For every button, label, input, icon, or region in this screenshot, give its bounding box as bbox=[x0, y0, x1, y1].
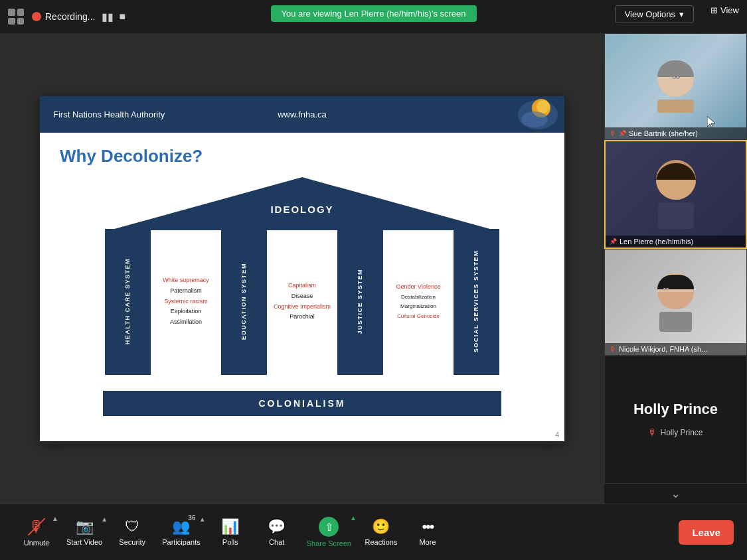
gap-3: Gender Violence Destabilization Marginal… bbox=[385, 229, 452, 375]
share-screen-label: Share Screen bbox=[307, 539, 351, 547]
slide-header: First Nations Health Authority www.fnha.… bbox=[40, 96, 564, 133]
svg-point-3 bbox=[521, 111, 548, 127]
holly-mute-icon: 🎙 bbox=[648, 427, 657, 438]
toolbar-left-group: ▲ 🎙 Unmute ▲ 📷 Start Video 🛡 Security ▲ … bbox=[13, 512, 451, 553]
sue-name-label: Sue Bartnik (she/her) bbox=[629, 129, 698, 137]
polls-icon: 📊 bbox=[221, 518, 239, 535]
share-chevron-icon[interactable]: ▲ bbox=[350, 514, 357, 522]
chat-button[interactable]: 💬 Chat bbox=[254, 513, 300, 551]
recording-label: Recording... bbox=[45, 11, 95, 22]
pause-button[interactable]: ▮▮ bbox=[102, 11, 114, 23]
right-sidebar: 👓 🎙 📌 Sue Bartnik (she/her) 📌 bbox=[604, 33, 747, 504]
len-video-bg bbox=[606, 141, 746, 247]
main-content-area: First Nations Health Authority www.fnha.… bbox=[0, 33, 604, 504]
mic-icon: 🎙 bbox=[29, 518, 44, 536]
participant-tile-sue: 👓 🎙 📌 Sue Bartnik (she/her) bbox=[604, 33, 747, 140]
more-button[interactable]: ••• More bbox=[404, 513, 451, 551]
house-diagram: IDEOLOGY HEALTH CARE SYSTEM White suprem… bbox=[60, 177, 544, 416]
leave-button[interactable]: Leave bbox=[679, 520, 734, 545]
pillar-education-label: EDUCATION SYSTEM bbox=[240, 263, 248, 340]
len-name-label: Len Pierre (he/him/his) bbox=[620, 238, 693, 245]
pillar-justice: JUSTICE SYSTEM bbox=[337, 229, 383, 375]
recording-dot bbox=[32, 12, 41, 21]
len-pin-icon: 📌 bbox=[610, 238, 617, 245]
security-label: Security bbox=[119, 538, 145, 546]
stop-button[interactable]: ■ bbox=[119, 11, 125, 23]
security-button[interactable]: 🛡 Security bbox=[109, 513, 155, 551]
colonialism-label: COLONIALISM bbox=[259, 398, 346, 409]
sue-video-bg: 👓 bbox=[605, 34, 746, 139]
pillars-area: HEALTH CARE SYSTEM White supremacy Pater… bbox=[103, 229, 501, 375]
chevron-down-icon: ⌄ bbox=[671, 486, 681, 501]
slide-container: First Nations Health Authority www.fnha.… bbox=[40, 96, 564, 441]
share-screen-button[interactable]: ▲ ⇧ Share Screen bbox=[300, 512, 358, 553]
reactions-label: Reactions bbox=[365, 538, 398, 546]
screen-share-banner: You are viewing Len Pierre (he/him/his)'… bbox=[270, 5, 476, 22]
slide-website: www.fnha.ca bbox=[278, 109, 327, 119]
slide-number: 4 bbox=[555, 431, 559, 439]
video-icon: 📷 bbox=[76, 518, 94, 535]
nicole-name-bar: 🎙 Nicole Wikjord, FNHA (sh... bbox=[605, 343, 746, 355]
participants-icon: 👥 36 bbox=[172, 518, 190, 535]
len-name-bar: 📌 Len Pierre (he/him/his) bbox=[606, 236, 746, 247]
sue-pin-icon: 📌 bbox=[619, 130, 626, 137]
participant-tile-len: 📌 Len Pierre (he/him/his) bbox=[604, 140, 747, 248]
app-grid-icon[interactable] bbox=[8, 9, 24, 25]
pillar-justice-label: JUSTICE SYSTEM bbox=[357, 269, 364, 334]
foundation: COLONIALISM bbox=[103, 391, 501, 416]
sue-name-bar: 🎙 📌 Sue Bartnik (she/her) bbox=[605, 127, 746, 139]
holly-name-big: Holly Prince bbox=[633, 401, 718, 418]
chevron-down-button[interactable]: ⌄ bbox=[604, 484, 747, 504]
slide-org-name: First Nations Health Authority bbox=[53, 109, 165, 119]
pillar-education: EDUCATION SYSTEM bbox=[221, 229, 267, 375]
more-label: More bbox=[419, 538, 436, 546]
pillar-social: SOCIAL SERVICES SYSTEM bbox=[454, 229, 499, 375]
unmute-chevron-icon[interactable]: ▲ bbox=[52, 515, 58, 522]
recording-controls[interactable]: ▮▮ ■ bbox=[102, 11, 125, 23]
ideology-label: IDEOLOGY bbox=[270, 204, 333, 215]
pillar-health: HEALTH CARE SYSTEM bbox=[105, 229, 151, 375]
reactions-icon: 🙂 bbox=[372, 518, 390, 535]
start-video-label: Start Video bbox=[66, 538, 102, 546]
bottom-toolbar: ▲ 🎙 Unmute ▲ 📷 Start Video 🛡 Security ▲ … bbox=[0, 504, 747, 560]
participants-count: 36 bbox=[188, 514, 195, 522]
participants-label: Participants bbox=[162, 538, 200, 546]
top-bar: Recording... ▮▮ ■ You are viewing Len Pi… bbox=[0, 0, 747, 33]
share-screen-icon: ⇧ bbox=[319, 517, 339, 537]
participant-tile-nicole: 👓 🎙 Nicole Wikjord, FNHA (sh... bbox=[604, 249, 747, 356]
more-icon: ••• bbox=[422, 518, 433, 535]
participants-button[interactable]: ▲ 👥 36 Participants bbox=[155, 513, 207, 551]
reactions-button[interactable]: 🙂 Reactions bbox=[358, 513, 404, 551]
sue-mute-icon: 🎙 bbox=[609, 129, 616, 137]
polls-label: Polls bbox=[222, 538, 238, 546]
start-video-button[interactable]: ▲ 📷 Start Video bbox=[60, 513, 109, 551]
svg-point-2 bbox=[537, 100, 550, 113]
chat-label: Chat bbox=[269, 538, 284, 546]
unmute-button[interactable]: ▲ 🎙 Unmute bbox=[13, 512, 60, 552]
security-icon: 🛡 bbox=[125, 518, 139, 535]
gap-2: Capitalism Disease Cognitive Imperialism… bbox=[269, 229, 335, 375]
slide-body: Why Decolonize? IDEOLOGY HEALTH CARE SYS… bbox=[40, 133, 564, 441]
participant-tile-holly: Holly Prince 🎙 Holly Prince bbox=[604, 356, 747, 484]
participants-chevron-icon[interactable]: ▲ bbox=[199, 516, 206, 523]
roof-area: IDEOLOGY bbox=[110, 177, 495, 230]
nicole-name-label: Nicole Wikjord, FNHA (sh... bbox=[619, 345, 707, 353]
view-button[interactable]: ⊞ View bbox=[710, 5, 739, 15]
polls-button[interactable]: 📊 Polls bbox=[207, 513, 254, 551]
slide-title: Why Decolonize? bbox=[60, 146, 544, 167]
eagle-graphic bbox=[498, 96, 558, 133]
view-options-button[interactable]: View Options ▾ bbox=[615, 5, 694, 23]
video-chevron-icon[interactable]: ▲ bbox=[101, 516, 108, 523]
unmute-label: Unmute bbox=[24, 539, 50, 547]
gap-1: White supremacy Paternalism Systemic rac… bbox=[153, 229, 219, 375]
nicole-video-bg: 👓 bbox=[605, 249, 746, 355]
pillar-social-label: SOCIAL SERVICES SYSTEM bbox=[473, 250, 480, 352]
holly-name-small: Holly Prince bbox=[660, 428, 703, 437]
chat-icon: 💬 bbox=[268, 518, 286, 535]
nicole-mute-icon: 🎙 bbox=[609, 345, 616, 353]
pillar-health-label: HEALTH CARE SYSTEM bbox=[124, 258, 131, 344]
